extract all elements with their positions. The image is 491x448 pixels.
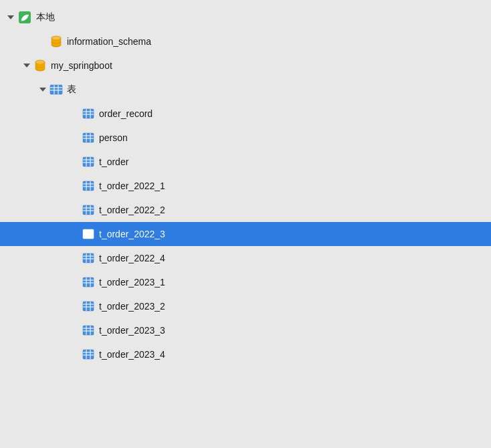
tree-item-t-order-2022-1[interactable]: t_order_2022_1 [0, 174, 491, 198]
tree-item-t-order-2022-2[interactable]: t_order_2022_2 [0, 198, 491, 222]
table-icon [82, 179, 95, 193]
t-order-2022-1-label: t_order_2022_1 [99, 181, 165, 191]
svg-rect-50 [83, 302, 94, 311]
folder-table-icon [50, 83, 63, 96]
tree-item-tables-folder[interactable]: 表 [0, 78, 491, 102]
table-icon [82, 275, 95, 289]
svg-rect-30 [83, 205, 94, 215]
t-order-2023-4-label: t_order_2023_4 [99, 349, 165, 360]
svg-rect-10 [83, 109, 94, 118]
svg-rect-15 [83, 133, 94, 142]
t-order-2023-2-label: t_order_2023_2 [99, 301, 165, 312]
chevron-down-icon [37, 84, 48, 95]
t-order-2023-1-label: t_order_2023_1 [99, 277, 165, 288]
t-order-label: t_order [99, 156, 128, 167]
order-record-label: order_record [99, 108, 153, 119]
db-icon [50, 35, 63, 48]
tree-item-t-order-2022-4[interactable]: t_order_2022_4 [0, 246, 491, 270]
table-icon [82, 155, 95, 169]
tree-item-t-order[interactable]: t_order [0, 150, 491, 174]
person-label: person [99, 132, 128, 143]
table-icon [82, 227, 95, 241]
svg-rect-5 [50, 85, 62, 94]
svg-point-2 [52, 36, 61, 40]
table-icon [82, 131, 95, 144]
svg-rect-20 [83, 157, 94, 166]
svg-rect-35 [83, 229, 94, 239]
chevron-down-icon [21, 60, 32, 71]
svg-rect-55 [83, 326, 94, 335]
table-icon [82, 251, 95, 265]
t-order-2023-3-label: t_order_2023_3 [99, 325, 165, 336]
tree-item-t-order-2022-3[interactable]: t_order_2022_3 [0, 222, 491, 246]
svg-point-4 [35, 60, 45, 64]
db-icon [33, 59, 47, 72]
local-icon [17, 10, 32, 25]
information-schema-label: information_schema [67, 36, 151, 47]
tree-container[interactable]: 本地 information_schema my [0, 0, 491, 448]
table-icon [82, 107, 95, 120]
tree-item-t-order-2023-1[interactable]: t_order_2023_1 [0, 270, 491, 294]
table-icon [82, 300, 95, 313]
tables-folder-label: 表 [67, 84, 76, 96]
tree-item-information-schema[interactable]: information_schema [0, 29, 491, 53]
t-order-2022-2-label: t_order_2022_2 [99, 205, 165, 215]
table-icon [82, 348, 95, 361]
tree-item-t-order-2023-2[interactable]: t_order_2023_2 [0, 294, 491, 318]
local-label: 本地 [36, 11, 55, 23]
tree-item-order-record[interactable]: order_record [0, 102, 491, 126]
svg-rect-25 [83, 181, 94, 191]
t-order-2022-3-label: t_order_2022_3 [99, 229, 165, 239]
tree-item-person[interactable]: person [0, 126, 491, 150]
tree-item-my-springboot[interactable]: my_springboot [0, 53, 491, 78]
tree-item-t-order-2023-3[interactable]: t_order_2023_3 [0, 318, 491, 342]
table-icon [82, 324, 95, 337]
chevron-down-icon [5, 12, 16, 23]
table-icon [82, 203, 95, 217]
t-order-2022-4-label: t_order_2022_4 [99, 253, 165, 263]
svg-rect-45 [83, 277, 94, 287]
tree-item-t-order-2023-4[interactable]: t_order_2023_4 [0, 342, 491, 366]
tree-item-local[interactable]: 本地 [0, 5, 491, 29]
my-springboot-label: my_springboot [51, 60, 112, 71]
svg-rect-40 [83, 253, 94, 263]
svg-rect-60 [83, 350, 94, 359]
